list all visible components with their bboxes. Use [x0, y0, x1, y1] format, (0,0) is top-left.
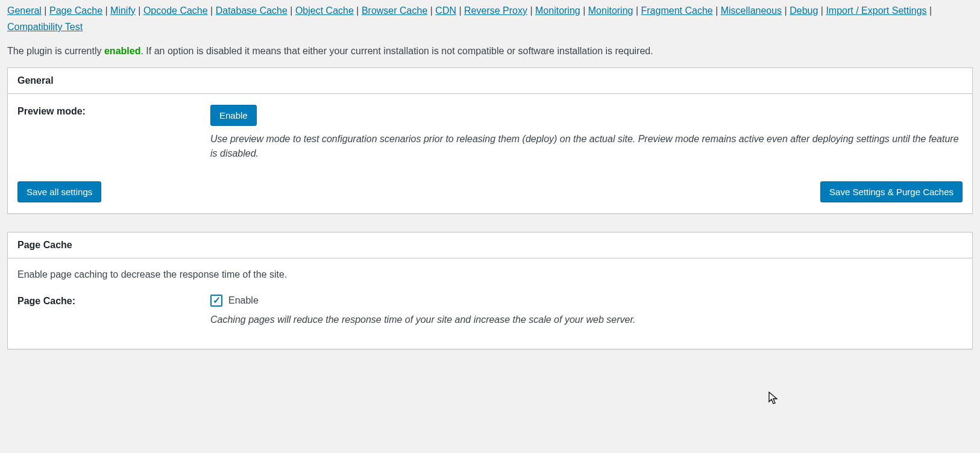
nav-link-database-cache[interactable]: Database Cache — [216, 5, 287, 16]
page-cache-desc: Caching pages will reduce the response t… — [210, 313, 963, 327]
page-cache-checkbox-label: Enable — [228, 295, 259, 306]
preview-mode-desc: Use preview mode to test configuration s… — [210, 132, 963, 161]
general-section: General Preview mode: Enable Use preview… — [7, 67, 973, 214]
nav-link-opcode-cache[interactable]: Opcode Cache — [143, 5, 208, 16]
nav-link-debug[interactable]: Debug — [790, 5, 818, 16]
page-cache-section-header: Page Cache — [8, 233, 972, 258]
nav-link-object-cache[interactable]: Object Cache — [295, 5, 354, 16]
nav-link-cdn[interactable]: CDN — [435, 5, 456, 16]
nav-link-compatibility-test[interactable]: Compatibility Test — [7, 22, 83, 32]
plugin-status: The plugin is currently enabled. If an o… — [7, 37, 973, 67]
settings-nav: General | Page Cache | Minify | Opcode C… — [7, 0, 973, 37]
page-cache-label: Page Cache: — [17, 295, 210, 307]
page-cache-section-title: Page Cache — [17, 240, 963, 251]
nav-link-browser-cache[interactable]: Browser Cache — [362, 5, 427, 16]
nav-link-monitoring[interactable]: Monitoring — [535, 5, 580, 16]
page-cache-checkbox[interactable] — [210, 295, 222, 307]
nav-link-import-export[interactable]: Import / Export Settings — [826, 5, 926, 16]
status-suffix: . If an option is disabled it means that… — [140, 46, 653, 56]
nav-link-minify[interactable]: Minify — [110, 5, 136, 16]
page-cache-section-desc: Enable page caching to decrease the resp… — [17, 269, 963, 280]
enable-preview-button[interactable]: Enable — [210, 105, 257, 126]
page-cache-section: Page Cache Enable page caching to decrea… — [7, 232, 973, 349]
general-section-header: General — [8, 68, 972, 94]
status-prefix: The plugin is currently — [7, 46, 104, 56]
preview-mode-label: Preview mode: — [17, 105, 210, 117]
save-purge-button[interactable]: Save Settings & Purge Caches — [820, 181, 963, 202]
nav-link-reverse-proxy[interactable]: Reverse Proxy — [464, 5, 527, 16]
nav-link-page-cache[interactable]: Page Cache — [49, 5, 102, 16]
status-state: enabled — [104, 46, 140, 56]
save-all-settings-button[interactable]: Save all settings — [17, 181, 101, 202]
nav-link-monitoring-2[interactable]: Monitoring — [588, 5, 633, 16]
nav-link-general[interactable]: General — [7, 5, 42, 16]
nav-link-miscellaneous[interactable]: Miscellaneous — [721, 5, 782, 16]
general-section-title: General — [17, 75, 963, 86]
nav-link-fragment-cache[interactable]: Fragment Cache — [641, 5, 713, 16]
